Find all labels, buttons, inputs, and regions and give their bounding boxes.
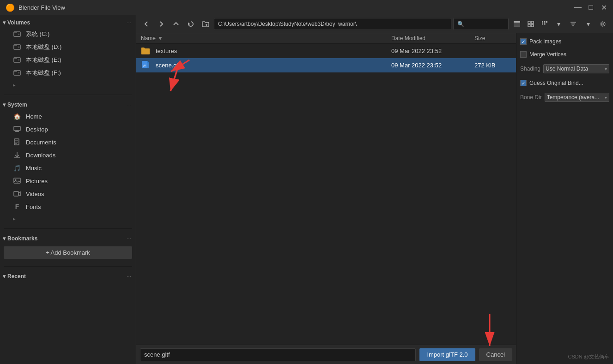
- view-tiles-button[interactable]: [538, 18, 551, 30]
- minimize-button[interactable]: —: [574, 4, 582, 11]
- volumes-divider: [4, 95, 132, 95]
- shading-option: Shading Use Normal Data ▾: [520, 63, 609, 75]
- file-list-header: Name ▼ Date Modified Size: [136, 33, 516, 44]
- volumes-chevron: ▾: [3, 19, 6, 26]
- blender-logo: 🟠: [6, 3, 15, 12]
- watermark: CSDN @文艺俩车: [568, 353, 609, 360]
- svg-marker-43: [147, 61, 149, 63]
- home-icon: 🏠: [13, 112, 21, 120]
- svg-rect-36: [542, 23, 543, 24]
- filename-input[interactable]: [140, 348, 416, 361]
- sidebar-item-home[interactable]: 🏠 Home: [0, 110, 136, 123]
- back-button[interactable]: [140, 18, 153, 30]
- svg-rect-31: [528, 24, 530, 27]
- svg-rect-29: [528, 21, 530, 24]
- col-date[interactable]: Date Modified: [391, 35, 474, 42]
- import-button[interactable]: Import glTF 2.0: [419, 348, 475, 361]
- gltf-icon: gltf: [141, 60, 150, 70]
- cancel-button[interactable]: Cancel: [479, 348, 512, 361]
- system-divider: [4, 228, 132, 229]
- svg-rect-21: [14, 178, 20, 183]
- view-dropdown-button[interactable]: ▾: [552, 18, 565, 30]
- bone-dir-select[interactable]: Temperance (avera... ▾: [545, 93, 609, 102]
- sidebar-item-d[interactable]: 本地磁盘 (D:): [0, 41, 136, 54]
- sidebar-item-c[interactable]: 系统 (C:): [0, 28, 136, 41]
- sidebar-item-downloads[interactable]: Downloads: [0, 149, 136, 161]
- svg-rect-37: [544, 23, 546, 24]
- add-bookmark-button[interactable]: + Add Bookmark: [4, 246, 132, 259]
- sidebar-item-e[interactable]: 本地磁盘 (E:): [0, 54, 136, 66]
- recent-title: ▾ Recent: [3, 273, 26, 280]
- view-list-button[interactable]: [510, 18, 523, 30]
- svg-rect-12: [14, 126, 20, 131]
- filter-button[interactable]: [567, 18, 580, 30]
- forward-button[interactable]: [155, 18, 168, 30]
- filter-dropdown-button[interactable]: ▾: [582, 18, 595, 30]
- settings-button[interactable]: [596, 18, 609, 30]
- file-list: textures 09 Mar 2022 23:52: [136, 44, 516, 345]
- recent-header[interactable]: ▾ Recent ⋯: [0, 271, 136, 281]
- bookmarks-header[interactable]: ▾ Bookmarks ⋯: [0, 233, 136, 244]
- sidebar-item-fonts[interactable]: F Fonts: [0, 200, 136, 213]
- sidebar-item-pictures[interactable]: Pictures: [0, 174, 136, 187]
- titlebar: 🟠 Blender File View — □ ✕: [0, 0, 613, 15]
- sort-arrow: ▼: [158, 35, 163, 42]
- svg-rect-44: [147, 63, 149, 68]
- bookmarks-chevron: ▾: [3, 235, 6, 242]
- volumes-section: ▾ Volumes ⋯ 系统 (C:) 本地磁盘 (D:): [0, 15, 136, 93]
- sidebar-item-desktop[interactable]: Desktop: [0, 123, 136, 136]
- up-button[interactable]: [170, 18, 182, 30]
- system-title: ▾ System: [3, 101, 27, 108]
- desktop-icon: [13, 125, 21, 133]
- folder-icon: [141, 46, 150, 55]
- sidebar-item-videos[interactable]: Videos: [0, 187, 136, 200]
- path-input[interactable]: [214, 18, 451, 30]
- svg-rect-32: [531, 24, 534, 27]
- pictures-icon: [13, 177, 21, 185]
- svg-rect-33: [542, 21, 543, 23]
- right-panel: ✓ Pack Images Merge Vertices Shading Use…: [516, 33, 613, 364]
- file-row-textures[interactable]: textures 09 Mar 2022 23:52: [136, 44, 516, 58]
- file-row-scene-gltf[interactable]: gltf scene.gltf 09 Mar 2022 23:52 272 Ki…: [136, 58, 516, 72]
- svg-point-41: [602, 23, 604, 25]
- col-name[interactable]: Name ▼: [141, 35, 391, 42]
- volumes-title: ▾ Volumes: [3, 19, 30, 26]
- new-folder-button[interactable]: [199, 18, 212, 30]
- sidebar-item-documents[interactable]: Documents: [0, 136, 136, 149]
- titlebar-controls: — □ ✕: [574, 4, 607, 11]
- merge-vertices-checkbox[interactable]: [520, 51, 527, 58]
- recent-chevron: ▾: [3, 273, 6, 280]
- guess-bind-checkbox[interactable]: ✓: [520, 80, 527, 86]
- view-grid-button[interactable]: [524, 18, 537, 30]
- svg-rect-28: [514, 25, 520, 27]
- bone-dir-key: Bone Dir: [520, 94, 542, 101]
- sidebar-item-f[interactable]: 本地磁盘 (F:): [0, 66, 136, 79]
- close-button[interactable]: ✕: [600, 4, 607, 11]
- gltf-date: 09 Mar 2022 23:52: [391, 62, 474, 69]
- svg-rect-23: [14, 191, 18, 196]
- svg-rect-14: [15, 131, 19, 132]
- svg-rect-4: [14, 46, 17, 46]
- bone-dir-chevron: ▾: [605, 95, 607, 100]
- svg-rect-35: [546, 21, 547, 23]
- search-input[interactable]: [453, 18, 509, 30]
- svg-rect-26: [514, 21, 520, 23]
- sidebar: ▾ Volumes ⋯ 系统 (C:) 本地磁盘 (D:): [0, 15, 136, 364]
- pack-images-label: Pack Images: [529, 38, 561, 45]
- pack-images-checkbox[interactable]: ✓: [520, 38, 527, 45]
- refresh-button[interactable]: [184, 18, 197, 30]
- svg-rect-30: [531, 21, 534, 24]
- merge-vertices-label: Merge Vertices: [529, 51, 566, 58]
- system-more: ▸: [13, 216, 16, 221]
- sidebar-item-music[interactable]: 🎵 Music: [0, 161, 136, 174]
- bookmarks-dots: ⋯: [127, 236, 132, 241]
- annotation-arrow: [136, 44, 516, 345]
- volumes-header[interactable]: ▾ Volumes ⋯: [0, 18, 136, 28]
- svg-rect-34: [544, 21, 546, 23]
- col-size[interactable]: Size: [474, 35, 511, 42]
- maximize-button[interactable]: □: [587, 4, 595, 11]
- svg-rect-27: [514, 23, 520, 24]
- guess-bind-checkmark: ✓: [522, 81, 525, 86]
- shading-select[interactable]: Use Normal Data ▾: [543, 64, 609, 73]
- system-header[interactable]: ▾ System ⋯: [0, 100, 136, 110]
